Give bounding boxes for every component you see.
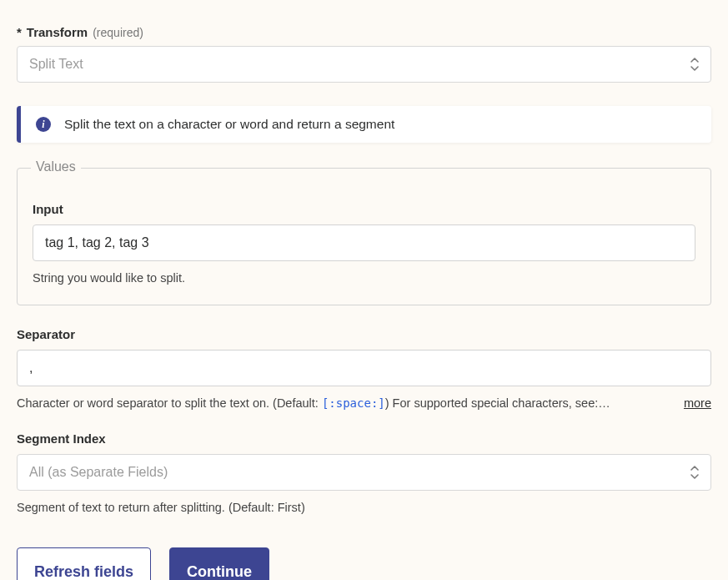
separator-help-prefix: Character or word separator to split the…: [17, 396, 322, 410]
chevron-up-down-icon: [689, 465, 700, 480]
transform-label-row: * Transform (required): [17, 25, 711, 39]
info-banner-text: Split the text on a character or word an…: [64, 117, 394, 132]
segment-block: Segment Index All (as Separate Fields) S…: [17, 431, 711, 514]
separator-label: Separator: [17, 327, 711, 341]
segment-selected-value: All (as Separate Fields): [29, 465, 168, 480]
separator-help-suffix: ) For supported special characters, see:…: [385, 396, 610, 410]
input-label: Input: [33, 202, 695, 216]
info-icon: i: [36, 117, 51, 132]
info-banner: i Split the text on a character or word …: [17, 106, 711, 143]
transform-select[interactable]: Split Text: [17, 46, 711, 83]
values-legend: Values: [31, 159, 81, 174]
transform-label: Transform: [27, 25, 88, 39]
continue-button[interactable]: Continue: [169, 547, 269, 580]
input-field[interactable]: [33, 224, 695, 261]
values-fieldset: Values Input String you would like to sp…: [17, 168, 711, 305]
segment-help-text: Segment of text to return after splittin…: [17, 501, 711, 514]
required-text: (required): [93, 26, 143, 39]
chevron-up-down-icon: [689, 57, 700, 72]
required-asterisk: *: [17, 25, 22, 39]
separator-block: Separator Character or word separator to…: [17, 327, 711, 410]
button-row: Refresh fields Continue: [17, 547, 711, 580]
separator-field[interactable]: [17, 350, 711, 386]
separator-help-text: Character or word separator to split the…: [17, 396, 667, 410]
more-link[interactable]: more: [684, 396, 711, 410]
segment-select[interactable]: All (as Separate Fields): [17, 454, 711, 491]
input-help-text: String you would like to split.: [33, 271, 695, 285]
separator-help-code: [:space:]: [322, 396, 385, 410]
refresh-fields-button[interactable]: Refresh fields: [17, 547, 151, 580]
transform-selected-value: Split Text: [29, 57, 83, 72]
segment-label: Segment Index: [17, 431, 711, 446]
